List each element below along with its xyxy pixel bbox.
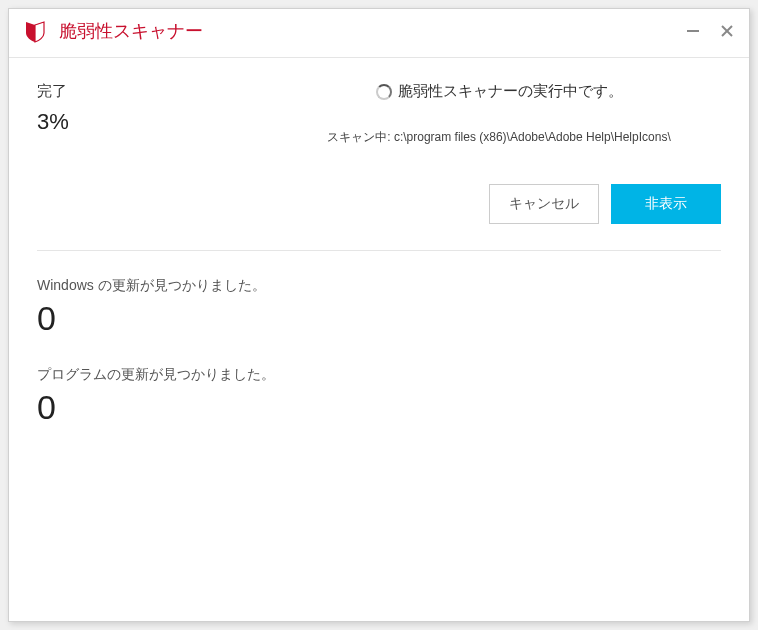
done-label: 完了: [37, 82, 277, 101]
window-title: 脆弱性スキャナー: [59, 19, 685, 43]
divider: [37, 250, 721, 251]
status-row: 完了 3% 脆弱性スキャナーの実行中です。 スキャン中: c:\program …: [37, 82, 721, 146]
titlebar: 脆弱性スキャナー: [9, 9, 749, 58]
progress-percent: 3%: [37, 109, 277, 135]
program-updates-count: 0: [37, 388, 721, 427]
scanner-window: 脆弱性スキャナー 完了 3% 脆弱性スキャナーの実行中です。 スキャン中: c:…: [8, 8, 750, 622]
running-line: 脆弱性スキャナーの実行中です。: [277, 82, 721, 101]
running-column: 脆弱性スキャナーの実行中です。 スキャン中: c:\program files …: [277, 82, 721, 146]
scan-path: スキャン中: c:\program files (x86)\Adobe\Adob…: [277, 129, 721, 146]
close-icon[interactable]: [719, 23, 735, 39]
windows-updates-count: 0: [37, 299, 721, 338]
windows-updates-section: Windows の更新が見つかりました。 0: [37, 277, 721, 338]
button-row: キャンセル 非表示: [37, 184, 721, 250]
cancel-button[interactable]: キャンセル: [489, 184, 599, 224]
mcafee-shield-icon: [23, 19, 47, 43]
program-updates-label: プログラムの更新が見つかりました。: [37, 366, 721, 384]
minimize-icon[interactable]: [685, 23, 701, 39]
progress-column: 完了 3%: [37, 82, 277, 135]
window-controls: [685, 23, 735, 39]
window-body: 完了 3% 脆弱性スキャナーの実行中です。 スキャン中: c:\program …: [9, 58, 749, 621]
spinner-icon: [376, 84, 392, 100]
program-updates-section: プログラムの更新が見つかりました。 0: [37, 366, 721, 427]
running-message: 脆弱性スキャナーの実行中です。: [398, 82, 623, 101]
windows-updates-label: Windows の更新が見つかりました。: [37, 277, 721, 295]
hide-button[interactable]: 非表示: [611, 184, 721, 224]
